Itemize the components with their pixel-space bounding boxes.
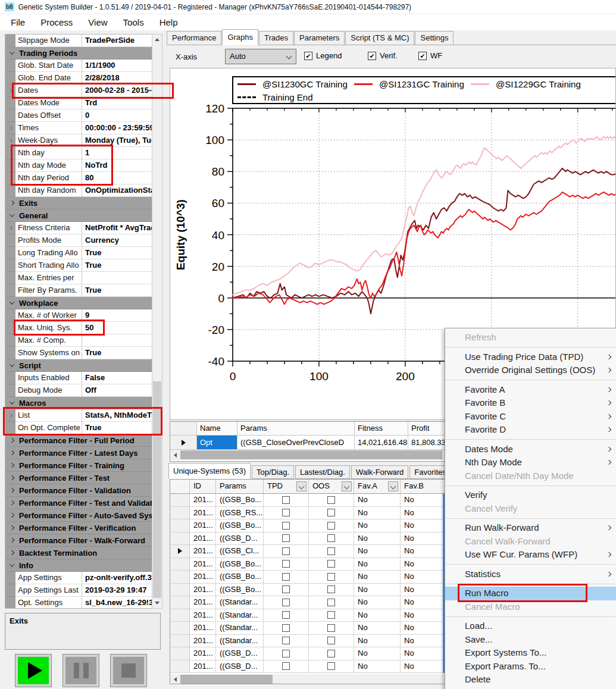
property-value[interactable]: 0 [82, 109, 152, 122]
menu-item-favorite-c[interactable]: Favorite C [445, 410, 616, 424]
checkbox-verif[interactable]: ✔Verif. [368, 51, 398, 60]
section-general[interactable]: General [5, 209, 152, 222]
tpd-checkbox[interactable] [282, 650, 290, 657]
menu-item-export-params-to[interactable]: Export Params. To... [445, 660, 616, 674]
expand-icon[interactable] [10, 500, 14, 505]
cell-fav-a[interactable]: No [354, 571, 401, 584]
property-row-app-settings-last[interactable]: App Settings Last2019-03-29 19:47 [5, 584, 152, 597]
menu-item-use-trading-price-data-tpd[interactable]: Use Trading Price Data (TPD) [445, 350, 616, 364]
cell-fav-a[interactable]: No [354, 519, 401, 533]
checkbox-legend[interactable]: ✔Legend [304, 51, 342, 60]
property-grid-scrollbar[interactable] [152, 34, 162, 609]
menu-help[interactable]: Help [152, 14, 186, 30]
cell-tpd[interactable] [264, 660, 309, 674]
oos-checkbox[interactable] [327, 599, 335, 606]
pause-button[interactable] [62, 654, 99, 687]
section-performance-filter-walk-forward[interactable]: Performance Filter - Walk-Forward [5, 534, 152, 547]
section-info[interactable]: Info [5, 559, 152, 572]
expand-icon[interactable] [10, 201, 14, 205]
menu-item-override-original-settings-oos[interactable]: Override Original Settings (OOS) [445, 364, 616, 377]
cell-oos[interactable] [309, 545, 354, 558]
property-value[interactable]: 9 [82, 309, 152, 322]
menu-item-nth-day-mode[interactable]: Nth Day Mode [445, 456, 616, 469]
section-performance-filter-training[interactable]: Performance Filter - Training [5, 459, 152, 472]
property-value[interactable]: TradePerSide [82, 35, 152, 47]
property-row-on-opt-complete[interactable]: On Opt. CompleteTrue [5, 422, 152, 434]
menu-file[interactable]: File [3, 14, 33, 30]
tab-unique-systems-53[interactable]: Unique-Systems (53) [168, 463, 251, 479]
property-value[interactable]: OnOptimizationStart [82, 184, 152, 197]
menu-item-favorite-d[interactable]: Favorite D [445, 423, 616, 437]
menu-tools[interactable]: Tools [115, 14, 152, 30]
expand-icon[interactable] [10, 475, 14, 480]
section-backtest-termination[interactable]: Backtest Termination [5, 547, 152, 559]
collapse-icon[interactable] [10, 362, 14, 367]
property-value[interactable]: sl_b4.new_16-29!31! [82, 597, 152, 609]
section-performance-filter-latest-days[interactable]: Performance Filter - Latest Days [5, 447, 152, 459]
section-workplace[interactable]: Workplace [5, 297, 152, 309]
property-value[interactable]: 2019-03-29 19:47 [82, 584, 152, 597]
cell-oos[interactable] [309, 596, 354, 609]
property-value[interactable]: 2/28/2018 [82, 72, 152, 84]
column-header-name[interactable]: Name [197, 422, 237, 436]
menu-item-run-walk-forward[interactable]: Run Walk-Forward [445, 521, 616, 535]
oos-checkbox[interactable] [327, 496, 335, 504]
cell-params[interactable]: ((Standar... [216, 622, 264, 635]
cell-fav-a[interactable]: No [354, 545, 401, 558]
tab-graphs[interactable]: Graphs [222, 29, 258, 45]
scroll-up-icon[interactable] [152, 35, 162, 45]
cell-fav-a[interactable]: No [354, 533, 401, 546]
property-row-list[interactable]: ListStatsA, NthModeTrd [5, 409, 152, 422]
tpd-checkbox[interactable] [282, 637, 290, 644]
property-value[interactable] [82, 334, 152, 347]
cell-id[interactable]: 201... [190, 622, 216, 635]
scroll-left-icon[interactable] [170, 674, 180, 684]
expand-icon[interactable] [8, 126, 12, 130]
oos-checkbox[interactable] [327, 624, 335, 632]
menu-item-delete[interactable]: Delete [445, 673, 616, 687]
cell-params[interactable]: ((GSB_Bo... [216, 519, 264, 533]
menu-process[interactable]: Process [33, 14, 80, 30]
property-row-inputs-enabled[interactable]: Inputs EnabledFalse [5, 372, 152, 384]
property-value[interactable]: False [82, 372, 152, 384]
cell-params[interactable]: ((GSB_Bo... [216, 494, 264, 507]
menu-view[interactable]: View [80, 14, 115, 30]
cell-fav-a[interactable]: No [354, 635, 401, 648]
tpd-checkbox[interactable] [282, 547, 290, 555]
cell-oos[interactable] [309, 622, 354, 635]
cell-id[interactable]: 201... [190, 571, 216, 584]
cell-name[interactable]: Opt [197, 436, 237, 450]
property-row-short-trading-allo[interactable]: Short Trading AlloTrue [5, 259, 152, 272]
property-row-profits-mode[interactable]: Profits ModeCurrency [5, 234, 152, 247]
cell-tpd[interactable] [264, 571, 309, 584]
xaxis-dropdown[interactable]: Auto [225, 49, 296, 64]
menu-item-favorite-b[interactable]: Favorite B [445, 396, 616, 410]
cell-params[interactable]: ((GSB_Bo... [216, 571, 264, 584]
property-row-debug-mode[interactable]: Debug ModeOff [5, 384, 152, 397]
tpd-checkbox[interactable] [282, 585, 290, 593]
collapse-icon[interactable] [10, 399, 14, 404]
property-row-app-settings[interactable]: App Settingspz-onlt-verify.off.36co [5, 572, 152, 584]
column-header-fitness[interactable]: Fitness [355, 422, 408, 436]
property-value[interactable]: pz-onlt-verify.off.36co [82, 572, 152, 584]
collapse-icon[interactable] [10, 49, 14, 54]
stop-button[interactable] [110, 654, 147, 687]
property-value[interactable]: NoTrd [82, 159, 152, 172]
section-performance-filter-test-and-validatio[interactable]: Performance Filter - Test and Validatio [5, 497, 152, 509]
property-value[interactable]: 1 [82, 147, 152, 159]
property-value[interactable]: Currency [82, 234, 152, 247]
cell-id[interactable]: 201... [190, 519, 216, 533]
property-row-opt-settings[interactable]: Opt. Settingssl_b4.new_16-29!31! [5, 597, 152, 609]
cell-oos[interactable] [309, 533, 354, 546]
cell-fitness[interactable]: 14,021,616.48 [355, 436, 408, 450]
cell-params[interactable]: ((Standar... [216, 609, 264, 622]
menu-item-use-wf-cur-params-wfp[interactable]: Use WF Cur. Params (WFP) [445, 548, 616, 562]
cell-fav-a[interactable]: No [354, 507, 401, 520]
checkbox-icon[interactable]: ✔ [304, 52, 312, 60]
cell-tpd[interactable] [264, 519, 309, 533]
oos-checkbox[interactable] [327, 611, 335, 619]
cell-params[interactable]: ((Standar... [216, 596, 264, 609]
section-macros[interactable]: Macros [5, 397, 152, 409]
property-value[interactable]: 00:00:00 - 23:59:59 [82, 122, 152, 134]
tpd-checkbox[interactable] [282, 573, 290, 581]
